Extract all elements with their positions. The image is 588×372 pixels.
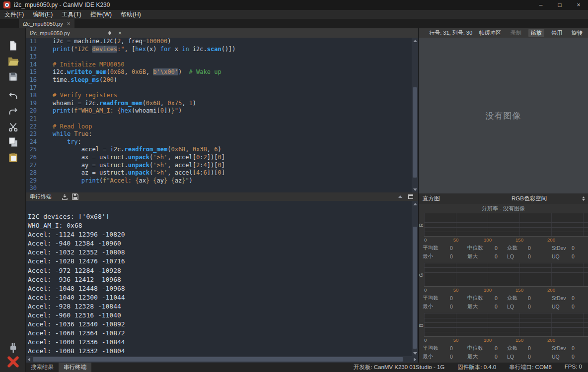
undo-button[interactable]: [6, 89, 19, 102]
fb-button-旋转[interactable]: 旋转: [569, 29, 585, 37]
line-number[interactable]: 12: [26, 46, 37, 54]
tab-label: i2c_mpu6050.py: [23, 21, 63, 27]
editor-vscroll-thumb[interactable]: [413, 87, 417, 178]
terminal-hscroll-thumb[interactable]: [33, 357, 403, 362]
menu-item[interactable]: 帮助(H): [116, 10, 146, 19]
code-line[interactable]: 19whoami = i2c.readfrom_mem(0x68, 0x75, …: [26, 100, 412, 108]
code-line[interactable]: 15i2c.writeto_mem(0x68, 0x6B, b'\x00') #…: [26, 68, 412, 76]
disconnect-button[interactable]: [6, 355, 19, 368]
status-tab-串行终端[interactable]: 串行终端: [59, 363, 91, 372]
code-line[interactable]: 21: [26, 115, 412, 123]
line-number[interactable]: 26: [26, 154, 37, 162]
editor-close-icon[interactable]: ×: [118, 30, 122, 37]
line-number[interactable]: 24: [26, 138, 37, 146]
tab-i2c-mpu6050[interactable]: i2c_mpu6050.py ×: [19, 19, 74, 28]
code-area[interactable]: 11i2c = machine.I2C(2, freq=100000)12pri…: [26, 38, 412, 192]
stat-value: 0: [572, 253, 588, 259]
fb-button-禁用[interactable]: 禁用: [549, 29, 565, 37]
terminal-line: Accel: -1028 12476 -10716: [28, 257, 412, 266]
terminal-vscroll-thumb[interactable]: [413, 227, 417, 349]
line-number[interactable]: 25: [26, 146, 37, 154]
stat-value: 0: [450, 245, 467, 251]
scroll-up-icon[interactable]: [412, 201, 418, 207]
code-line[interactable]: 11i2c = machine.I2C(2, freq=100000): [26, 38, 412, 46]
line-number[interactable]: 17: [26, 84, 37, 92]
line-number[interactable]: 11: [26, 38, 37, 46]
histogram-chart: [424, 313, 588, 337]
line-number[interactable]: 13: [26, 53, 37, 61]
scroll-up-icon[interactable]: [412, 38, 418, 44]
stat-value: 0: [572, 304, 588, 310]
terminal-output[interactable]: I2C devices: ['0x68']WHO_AM_I: 0x68Accel…: [26, 201, 412, 356]
detach-panel-icon[interactable]: [408, 194, 413, 199]
minimize-button[interactable]: –: [531, 0, 550, 10]
close-button[interactable]: ×: [569, 0, 588, 10]
open-file-button[interactable]: [6, 55, 19, 67]
code-line[interactable]: 25 accel = i2c.readfrom_mem(0x68, 0x3B, …: [26, 146, 412, 154]
line-number[interactable]: 23: [26, 130, 37, 138]
line-number[interactable]: 18: [26, 92, 37, 100]
no-image-text: 没有图像: [486, 110, 521, 122]
line-number[interactable]: 21: [26, 115, 37, 123]
code-line[interactable]: 26 ax = ustruct.unpack('>h', accel[0:2])…: [26, 154, 412, 162]
save-log-icon[interactable]: [72, 193, 78, 200]
code-line[interactable]: 16time.sleep_ms(200): [26, 76, 412, 84]
combo-spinner-icon[interactable]: [108, 31, 111, 35]
line-number[interactable]: 29: [26, 177, 37, 185]
paste-button[interactable]: [6, 151, 19, 164]
code-line[interactable]: 24 try:: [26, 138, 412, 146]
line-number[interactable]: 22: [26, 123, 37, 131]
code-line[interactable]: 13: [26, 53, 412, 61]
code-line[interactable]: 18# Verify registers: [26, 92, 412, 100]
code-editor[interactable]: 11i2c = machine.I2C(2, freq=100000)12pri…: [26, 38, 412, 192]
line-number[interactable]: 30: [26, 185, 37, 192]
export-log-icon[interactable]: [62, 193, 68, 200]
code-line[interactable]: 30: [26, 185, 412, 192]
collapse-panel-icon[interactable]: [398, 195, 402, 198]
new-file-button[interactable]: [6, 39, 19, 52]
menu-item[interactable]: 控件(W): [86, 10, 116, 19]
tab-close-icon[interactable]: ×: [67, 20, 71, 27]
scroll-left-icon[interactable]: [26, 356, 32, 363]
fb-button-录制[interactable]: 录制: [508, 29, 524, 37]
code-line[interactable]: 17: [26, 84, 412, 92]
menu-item[interactable]: 工具(T): [57, 10, 85, 19]
code-line[interactable]: 20print(f"WHO_AM_I: {hex(whoami[0])}"): [26, 107, 412, 115]
serial-terminal-title: 串行终端: [30, 193, 52, 200]
status-item: 开发板: CanMV K230 01Studio - 1G: [354, 364, 444, 371]
code-line[interactable]: 23while True:: [26, 130, 412, 138]
code-line[interactable]: 28 az = ustruct.unpack('>h', accel[4:6])…: [26, 169, 412, 177]
line-number[interactable]: 19: [26, 100, 37, 108]
redo-button[interactable]: [6, 105, 19, 118]
editor-vscrollbar[interactable]: [412, 38, 418, 192]
save-button[interactable]: [6, 70, 19, 83]
code-line[interactable]: 22# Read loop: [26, 123, 412, 131]
copy-button[interactable]: [6, 135, 19, 148]
fb-button-缩放[interactable]: 缩放: [528, 29, 544, 37]
code-line[interactable]: 12print("I2C devices:", [hex(x) for x in…: [26, 46, 412, 54]
status-tab-搜索结果[interactable]: 搜索结果: [26, 363, 59, 372]
terminal-vscrollbar[interactable]: [412, 201, 418, 356]
line-number[interactable]: 27: [26, 162, 37, 170]
line-number[interactable]: 16: [26, 76, 37, 84]
scroll-down-icon[interactable]: [412, 350, 418, 356]
menu-item[interactable]: 编辑(E): [28, 10, 57, 19]
cut-button[interactable]: [6, 120, 19, 133]
line-number[interactable]: 28: [26, 169, 37, 177]
colorspace-select[interactable]: RGB色彩空间: [512, 195, 547, 202]
serial-terminal-header: 串行终端: [26, 192, 418, 201]
line-number[interactable]: 15: [26, 68, 37, 76]
maximize-button[interactable]: □: [550, 0, 569, 10]
code-line[interactable]: 14# Initialize MPU6050: [26, 61, 412, 69]
connect-button[interactable]: [6, 341, 19, 354]
code-line[interactable]: 29 print(f"Accel: {ax} {ay} {az}"): [26, 177, 412, 185]
code-line[interactable]: 27 ay = ustruct.unpack('>h', accel[2:4])…: [26, 162, 412, 170]
colorspace-spinner-icon[interactable]: [582, 196, 585, 201]
scroll-down-icon[interactable]: [412, 186, 418, 192]
line-number[interactable]: 14: [26, 61, 37, 69]
file-selector-combo[interactable]: i2c_mpu6050.py: [26, 28, 114, 38]
menu-item[interactable]: 文件(F): [0, 10, 28, 19]
terminal-hscrollbar[interactable]: [26, 356, 418, 363]
scroll-right-icon[interactable]: [412, 356, 418, 363]
line-number[interactable]: 20: [26, 107, 37, 115]
